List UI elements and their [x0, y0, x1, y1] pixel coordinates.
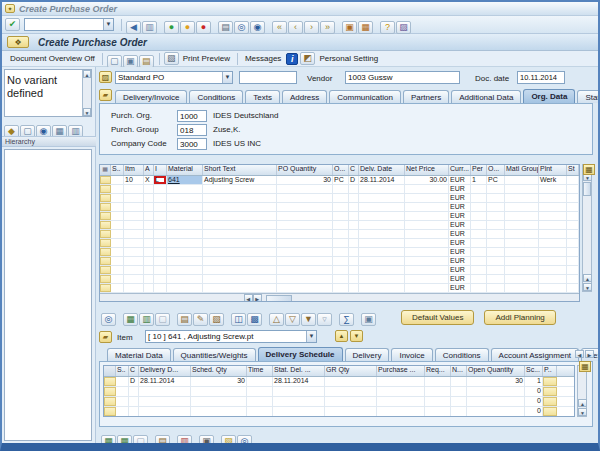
table-cell[interactable] — [505, 230, 539, 238]
column-header[interactable]: Delv. Date — [359, 165, 405, 175]
table-cell[interactable]: D — [349, 176, 359, 184]
doc-date-input[interactable]: 10.11.2014 — [517, 71, 565, 84]
column-header[interactable]: C — [129, 366, 139, 376]
table-cell[interactable] — [144, 239, 154, 247]
table-cell[interactable] — [567, 275, 579, 283]
column-header[interactable]: St — [567, 165, 579, 175]
table-cell[interactable] — [471, 239, 487, 247]
chevron-down-icon[interactable]: ▼ — [103, 19, 113, 30]
save-icon[interactable]: ▥ — [142, 21, 157, 34]
table-cell[interactable] — [349, 239, 359, 247]
table-cell[interactable] — [539, 212, 567, 220]
table-cell[interactable] — [333, 230, 349, 238]
table-cell[interactable] — [471, 266, 487, 274]
table-cell[interactable] — [277, 239, 333, 247]
table-cell[interactable] — [139, 407, 191, 416]
table-cell[interactable] — [487, 185, 505, 193]
clipboard-icon[interactable]: ▤ — [155, 435, 170, 448]
table-cell[interactable] — [539, 239, 567, 247]
table-cell[interactable]: X — [144, 176, 154, 184]
table-cell[interactable] — [167, 257, 203, 265]
table-cell[interactable] — [505, 185, 539, 193]
column-header[interactable]: A — [144, 165, 154, 175]
table-cell[interactable] — [349, 266, 359, 274]
table-cell[interactable] — [167, 284, 203, 292]
table-cell[interactable] — [451, 397, 467, 406]
table-cell[interactable] — [543, 397, 557, 406]
table-cell[interactable]: Werk — [539, 176, 567, 184]
help-icon[interactable]: ? — [380, 21, 395, 34]
item-select[interactable]: [ 10 ] 641 , Adjusting Screw.pt ▼ — [145, 330, 317, 343]
table-cell[interactable]: EUR — [449, 221, 471, 229]
tab-scroll-right-icon[interactable]: ▶ — [585, 350, 594, 358]
table-cell[interactable] — [124, 203, 144, 211]
table-cell[interactable] — [167, 266, 203, 274]
table-cell[interactable] — [154, 284, 167, 292]
column-header[interactable]: Sched. Qty — [191, 366, 247, 376]
table-cell[interactable] — [543, 387, 557, 396]
field-input[interactable]: 3000 — [177, 138, 207, 150]
table-cell[interactable] — [471, 221, 487, 229]
table-cell[interactable] — [203, 284, 277, 292]
table-cell[interactable]: EUR — [449, 239, 471, 247]
row-select-cell[interactable] — [100, 176, 111, 184]
table-cell[interactable] — [124, 266, 144, 274]
filter-icon[interactable]: ▽ — [285, 313, 300, 326]
column-header[interactable]: O... — [333, 165, 349, 175]
table-cell[interactable] — [167, 248, 203, 256]
row-select-cell[interactable] — [104, 397, 116, 406]
table-cell[interactable] — [154, 239, 167, 247]
tab-status[interactable]: Status — [577, 90, 600, 103]
row-select-cell[interactable] — [100, 284, 111, 292]
table-cell[interactable] — [539, 284, 567, 292]
table-cell[interactable] — [425, 387, 451, 396]
field-input[interactable]: 018 — [177, 124, 207, 136]
table-cell[interactable] — [467, 397, 525, 406]
filter-set-icon[interactable]: ▼ — [301, 313, 316, 326]
table-cell[interactable] — [124, 284, 144, 292]
table-cell[interactable] — [116, 387, 129, 396]
table-cell[interactable] — [111, 230, 124, 238]
table-cell[interactable] — [359, 284, 405, 292]
table-cell[interactable] — [471, 185, 487, 193]
table-cell[interactable] — [359, 185, 405, 193]
table-cell[interactable]: 28.11.2014 — [139, 377, 191, 386]
column-header[interactable]: PO Quantity — [277, 165, 333, 175]
table-cell[interactable]: EUR — [449, 275, 471, 283]
table-cell[interactable]: 0 — [525, 397, 543, 406]
table-cell[interactable]: EUR — [449, 266, 471, 274]
table-cell[interactable] — [144, 257, 154, 265]
table-cell[interactable] — [567, 284, 579, 292]
table-cell[interactable] — [567, 212, 579, 220]
table-cell[interactable] — [333, 275, 349, 283]
table-cell[interactable] — [487, 239, 505, 247]
table-cell[interactable] — [154, 257, 167, 265]
table-cell[interactable] — [487, 257, 505, 265]
table-cell[interactable] — [539, 230, 567, 238]
scroll-thumb[interactable] — [266, 295, 292, 302]
table-cell[interactable] — [451, 407, 467, 416]
scroll-down-icon[interactable]: ▼ — [578, 408, 587, 416]
sort-ascending-icon[interactable]: △ — [269, 313, 284, 326]
table-cell[interactable] — [359, 248, 405, 256]
table-cell[interactable] — [451, 387, 467, 396]
print-preview-button[interactable]: Print Preview — [180, 53, 233, 64]
field-input[interactable]: 1000 — [177, 110, 207, 122]
table-cell[interactable] — [154, 212, 167, 220]
table-cell[interactable] — [405, 194, 449, 202]
print-icon[interactable]: ▤ — [218, 21, 233, 34]
table-cell[interactable] — [111, 185, 124, 193]
table-cell[interactable] — [505, 194, 539, 202]
table-cell[interactable] — [567, 203, 579, 211]
row-select-cell[interactable] — [104, 377, 116, 386]
chevron-down-icon[interactable]: ▼ — [222, 72, 232, 83]
column-header[interactable]: Short Text — [203, 165, 277, 175]
table-cell[interactable]: PC — [487, 176, 505, 184]
table-cell[interactable] — [543, 407, 557, 416]
clipboard-icon[interactable]: ▤ — [177, 313, 192, 326]
table-cell[interactable] — [167, 221, 203, 229]
table-cell[interactable] — [154, 185, 167, 193]
table-cell[interactable] — [124, 221, 144, 229]
table-cell[interactable] — [333, 203, 349, 211]
info-icon[interactable]: i — [286, 53, 298, 65]
